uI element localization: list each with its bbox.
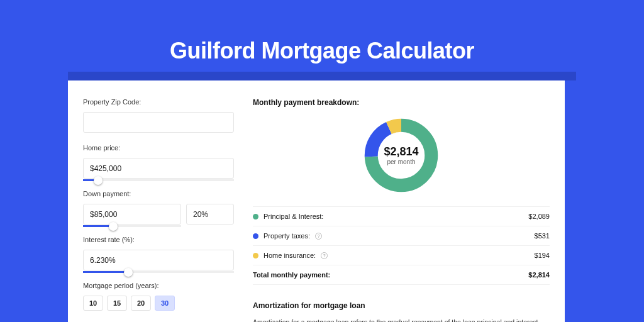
interest-slider-fill [83,271,128,273]
amortization-title: Amortization for mortgage loan [253,299,550,310]
taxes-amount: $531 [535,232,550,240]
header-shadow-strip [68,72,576,80]
period-btn-20[interactable]: 20 [131,296,151,311]
period-label: Mortgage period (years): [83,282,248,289]
dot-insurance [253,253,258,258]
donut-chart: $2,814 per month [362,116,441,195]
line-principal: Principal & Interest: $2,089 [253,206,550,226]
period-options: 10 15 20 30 [83,296,248,311]
interest-slider-thumb[interactable] [124,268,133,277]
home-price-group: Home price: [83,144,248,179]
donut-center: $2,814 per month [362,116,441,195]
interest-label: Interest rate (%): [83,236,248,243]
line-total: Total monthly payment: $2,814 [253,265,550,285]
taxes-label: Property taxes: [264,232,310,240]
donut-amount: $2,814 [384,145,418,158]
zip-label: Property Zip Code: [83,98,248,106]
down-payment-slider-thumb[interactable] [109,222,118,231]
home-price-slider-rest [98,179,234,181]
interest-slider-rest [128,271,234,273]
donut-chart-wrap: $2,814 per month [253,116,550,195]
line-taxes: Property taxes: ? $531 [253,226,550,245]
interest-group: Interest rate (%): [83,236,248,270]
dot-principal [253,214,258,219]
down-payment-label: Down payment: [83,190,248,197]
period-group: Mortgage period (years): 10 15 20 30 [83,282,248,311]
home-price-input[interactable] [83,158,234,179]
principal-amount: $2,089 [528,213,550,220]
line-insurance: Home insurance: ? $194 [253,245,550,265]
info-icon[interactable]: ? [321,252,328,259]
amortization-text: Amortization for a mortgage loan refers … [253,318,550,322]
down-payment-group: Down payment: [83,190,248,225]
total-amount: $2,814 [528,271,550,279]
breakdown-panel: Monthly payment breakdown: $2,814 per mo… [248,80,565,322]
period-btn-10[interactable]: 10 [83,296,103,311]
dot-taxes [253,233,258,239]
home-price-slider-thumb[interactable] [94,176,103,185]
zip-group: Property Zip Code: [83,98,248,133]
info-icon[interactable]: ? [315,233,322,240]
total-label: Total monthly payment: [253,271,330,279]
period-btn-15[interactable]: 15 [107,296,127,311]
page-title: Guilford Mortgage Calculator [0,0,644,64]
down-payment-pct-input[interactable] [186,204,234,225]
breakdown-title: Monthly payment breakdown: [253,98,550,107]
amortization-block: Amortization for mortgage loan Amortizat… [253,299,550,322]
interest-input[interactable] [83,250,234,270]
principal-label: Principal & Interest: [264,213,323,220]
donut-sub: per month [387,158,415,165]
calculator-card: Property Zip Code: Home price: Down paym… [68,80,565,322]
period-btn-30[interactable]: 30 [155,296,175,311]
insurance-label: Home insurance: [264,252,316,259]
down-payment-input[interactable] [83,204,181,225]
down-payment-slider-rest [113,225,181,227]
home-price-label: Home price: [83,144,248,152]
zip-input[interactable] [83,112,234,133]
insurance-amount: $194 [535,252,550,259]
form-panel: Property Zip Code: Home price: Down paym… [68,80,248,322]
